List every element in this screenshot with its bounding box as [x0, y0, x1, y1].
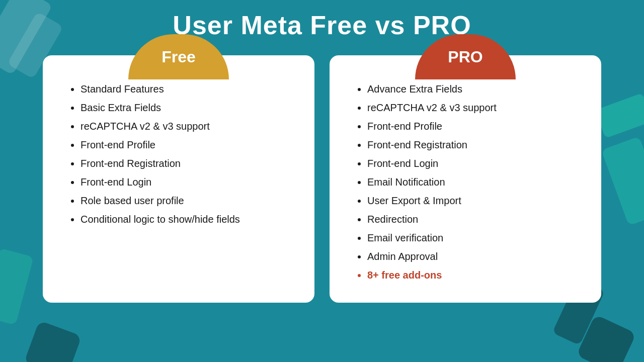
list-item: Front-end Login: [367, 155, 576, 172]
comparison-columns: Free Standard Features Basic Extra Field…: [30, 55, 614, 303]
list-item: Redirection: [367, 211, 576, 228]
free-badge: Free: [128, 34, 229, 79]
pro-feature-list: Advance Extra Fields reCAPTCHA v2 & v3 s…: [355, 80, 576, 284]
list-item-highlight: 8+ free add-ons: [367, 266, 576, 284]
list-item: Conditional logic to show/hide fields: [80, 211, 289, 228]
list-item: Email Notification: [367, 173, 576, 191]
list-item: Advance Extra Fields: [367, 80, 576, 98]
pro-card: PRO Advance Extra Fields reCAPTCHA v2 & …: [330, 55, 601, 303]
list-item: Front-end Registration: [367, 136, 576, 154]
list-item: Front-end Profile: [367, 118, 576, 135]
free-card: Free Standard Features Basic Extra Field…: [43, 55, 314, 303]
list-item: Role based user profile: [80, 192, 289, 210]
list-item: Email verification: [367, 229, 576, 247]
list-item: Basic Extra Fields: [80, 99, 289, 117]
page-wrapper: User Meta Free vs PRO Free Standard Feat…: [0, 0, 644, 362]
list-item: Standard Features: [80, 80, 289, 98]
free-feature-list: Standard Features Basic Extra Fields reC…: [68, 80, 289, 228]
list-item: Front-end Registration: [80, 155, 289, 172]
list-item: Front-end Profile: [80, 136, 289, 154]
pro-badge: PRO: [415, 34, 516, 79]
list-item: Front-end Login: [80, 173, 289, 191]
list-item: reCAPTCHA v2 & v3 support: [367, 99, 576, 117]
list-item: reCAPTCHA v2 & v3 support: [80, 118, 289, 135]
list-item: User Export & Import: [367, 192, 576, 210]
list-item: Admin Approval: [367, 248, 576, 265]
page-title: User Meta Free vs PRO: [173, 10, 471, 40]
